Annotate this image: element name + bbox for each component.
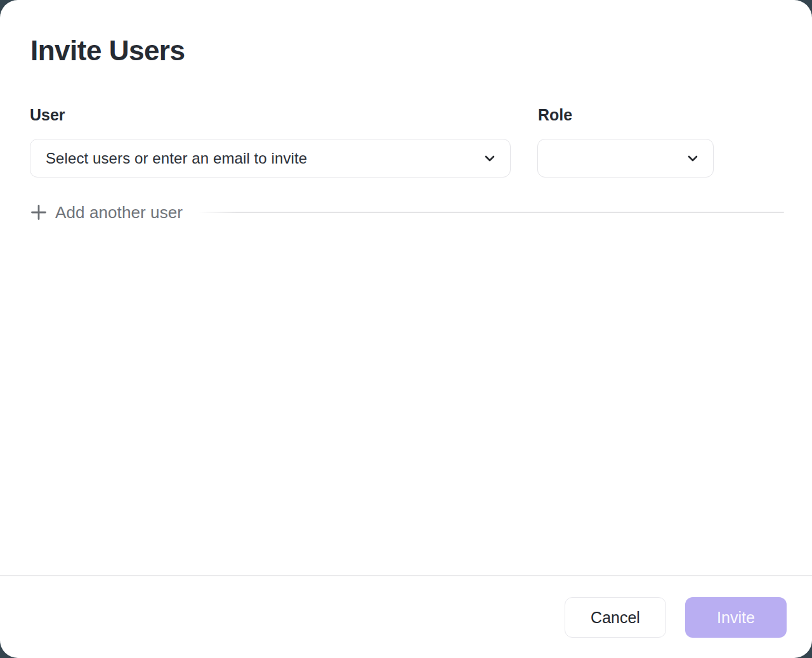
user-select[interactable]: Select users or enter an email to invite: [30, 139, 511, 177]
role-select[interactable]: [537, 139, 714, 177]
invite-button[interactable]: Invite: [685, 597, 787, 638]
user-field-label: User: [30, 106, 65, 124]
add-user-divider-line: [198, 212, 784, 213]
chevron-down-icon: [686, 152, 699, 165]
chevron-down-icon: [483, 152, 496, 165]
add-another-user-button[interactable]: Add another user: [30, 203, 183, 223]
user-select-placeholder: Select users or enter an email to invite: [46, 150, 483, 167]
footer-divider: [0, 575, 812, 576]
modal-title: Invite Users: [30, 35, 185, 67]
cancel-button[interactable]: Cancel: [565, 597, 666, 638]
invite-users-modal: Invite Users User Role Select users or e…: [0, 0, 812, 658]
add-user-row: Add another user: [30, 203, 784, 222]
add-another-user-label: Add another user: [55, 203, 183, 223]
role-field-label: Role: [538, 106, 572, 124]
plus-icon: [30, 203, 48, 221]
